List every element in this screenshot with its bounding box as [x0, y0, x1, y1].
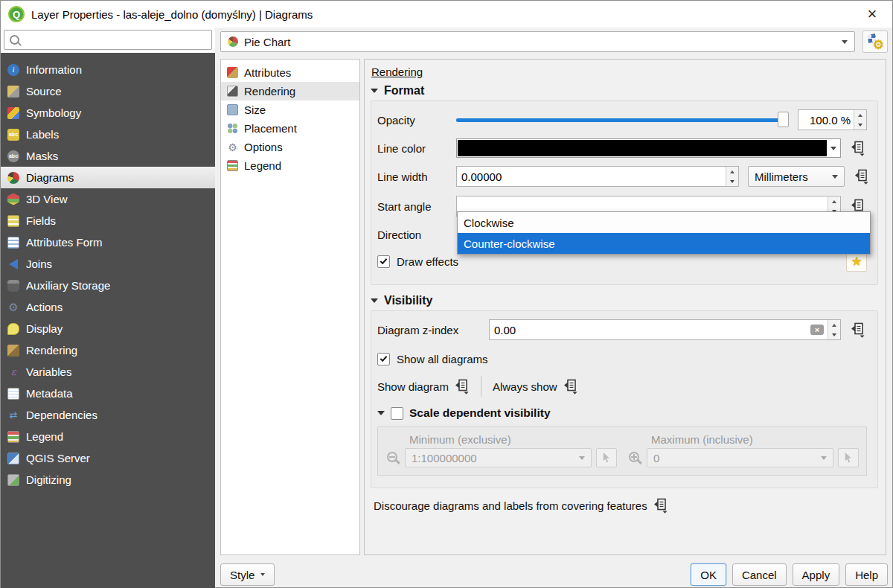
spin-down-button[interactable]: [726, 176, 738, 186]
tab-rendering[interactable]: Rendering: [221, 82, 359, 100]
qgis-logo-icon: Q: [8, 6, 25, 22]
spin-up-button[interactable]: [828, 196, 840, 206]
data-defined-override-icon[interactable]: [562, 378, 578, 394]
data-defined-override-icon[interactable]: [849, 140, 865, 156]
spin-up-button[interactable]: [726, 167, 738, 176]
sidebar-item-legend[interactable]: Legend: [1, 426, 215, 447]
opacity-row: Opacity: [377, 109, 867, 131]
tab-placement[interactable]: Placement: [221, 119, 359, 138]
start-angle-label: Start angle: [377, 200, 456, 213]
metadata-icon: [7, 388, 19, 400]
line-width-input[interactable]: [457, 167, 726, 186]
rendering-icon: [7, 345, 19, 357]
spin-down-button[interactable]: [854, 120, 866, 130]
collapse-arrow-icon: [377, 411, 385, 415]
tab-attributes[interactable]: Attributes: [221, 63, 359, 82]
data-defined-override-icon[interactable]: [849, 322, 865, 338]
tab-legend[interactable]: Legend: [221, 156, 359, 175]
chevron-down-icon: [821, 456, 827, 460]
z-index-spinbox: ×: [489, 319, 841, 340]
clear-value-icon[interactable]: ×: [810, 325, 824, 335]
use-current-scale-button: [596, 448, 617, 467]
sidebar-item-attributes-form[interactable]: Attributes Form: [1, 231, 215, 253]
line-color-button[interactable]: [456, 138, 841, 158]
help-button[interactable]: Help: [845, 563, 888, 586]
display-icon: [7, 323, 19, 335]
sidebar-item-joins[interactable]: Joins: [1, 253, 215, 275]
sidebar-item-labels[interactable]: abc Labels: [1, 124, 215, 145]
opacity-input[interactable]: [798, 110, 854, 130]
spin-up-button[interactable]: [828, 320, 840, 330]
sidebar-item-auxiliary-storage[interactable]: Auxiliary Storage: [1, 275, 215, 296]
arrow-down-icon: [730, 180, 734, 183]
diagram-type-value: Pie Chart: [244, 36, 291, 48]
cancel-button[interactable]: Cancel: [732, 563, 787, 586]
search-input[interactable]: [21, 32, 211, 48]
sidebar-item-digitizing[interactable]: Digitizing: [1, 469, 215, 490]
maximum-scale-select: 0: [647, 448, 833, 467]
sidebar-item-dependencies[interactable]: ⇄ Dependencies: [1, 404, 215, 426]
diagram-type-select[interactable]: Pie Chart: [220, 31, 855, 52]
color-dropdown-arrow[interactable]: [827, 140, 839, 156]
sidebar-item-symbology[interactable]: Symbology: [1, 102, 215, 124]
chevron-down-icon: [579, 456, 585, 460]
sidebar-item-display[interactable]: Display: [1, 318, 215, 339]
sidebar-item-metadata[interactable]: Metadata: [1, 383, 215, 404]
sidebar: i Information Source Symbology abc Label…: [1, 53, 215, 588]
opacity-slider-track: [456, 118, 779, 122]
data-defined-override-icon[interactable]: [652, 497, 668, 514]
search-box[interactable]: [4, 30, 212, 50]
rendering-tab-icon: [227, 86, 238, 97]
chevron-down-icon: [842, 40, 848, 44]
format-section-header[interactable]: Format: [371, 84, 878, 98]
draw-effects-checkbox[interactable]: [377, 255, 390, 268]
z-index-spin-buttons: [828, 320, 840, 339]
direction-option-counter-clockwise[interactable]: Counter-clockwise: [458, 233, 870, 254]
direction-option-clockwise[interactable]: Clockwise: [458, 212, 870, 233]
arrow-up-icon: [730, 170, 734, 173]
scale-dependent-header[interactable]: Scale dependent visibility: [377, 403, 867, 423]
spin-down-button[interactable]: [828, 330, 840, 339]
visibility-section-header[interactable]: Visibility: [371, 294, 878, 307]
sidebar-item-rendering[interactable]: Rendering: [1, 339, 215, 361]
opacity-slider[interactable]: [456, 109, 789, 131]
sidebar-item-actions[interactable]: ⚙ Actions: [1, 296, 215, 318]
zoom-out-icon: [385, 450, 400, 465]
sidebar-item-3d-view[interactable]: 3D View: [1, 188, 215, 210]
data-defined-override-icon[interactable]: [853, 168, 869, 185]
direction-label: Direction: [377, 229, 456, 241]
ok-button[interactable]: OK: [691, 563, 726, 586]
tab-options[interactable]: ⚙ Options: [221, 138, 359, 156]
dependencies-icon: ⇄: [7, 409, 19, 421]
line-width-spinbox: [456, 166, 739, 187]
spin-up-button[interactable]: [854, 110, 866, 120]
line-width-spin-buttons: [726, 167, 738, 186]
sidebar-item-variables[interactable]: ε Variables: [1, 361, 215, 383]
sidebar-item-source[interactable]: Source: [1, 80, 215, 102]
sidebar-item-masks[interactable]: abc Masks: [1, 145, 215, 167]
sidebar-item-fields[interactable]: Fields: [1, 210, 215, 231]
sidebar-item-diagrams[interactable]: Diagrams: [1, 167, 215, 188]
z-index-input[interactable]: [490, 320, 810, 339]
rendering-settings-panel: Rendering Format Opacity: [364, 59, 886, 555]
close-icon[interactable]: ×: [860, 4, 885, 24]
options-tab-icon: ⚙: [227, 141, 238, 153]
opacity-slider-handle[interactable]: [778, 112, 789, 127]
data-defined-override-icon[interactable]: [453, 378, 470, 394]
auto-placement-settings-button[interactable]: ⚙: [862, 31, 888, 53]
source-icon: [7, 86, 19, 98]
check-icon: [380, 354, 388, 362]
style-button[interactable]: Style: [220, 563, 275, 586]
dialog-footer: Style OK Cancel Apply Help: [215, 560, 893, 588]
line-width-unit-select[interactable]: Millimeters: [748, 166, 845, 187]
tab-size[interactable]: Size: [221, 100, 359, 119]
sidebar-item-information[interactable]: i Information: [1, 59, 215, 80]
symbology-icon: [7, 107, 19, 119]
apply-button[interactable]: Apply: [793, 563, 840, 586]
chevron-down-icon: [260, 573, 265, 576]
sidebar-item-qgis-server[interactable]: QGIS Server: [1, 447, 215, 469]
show-all-diagrams-checkbox[interactable]: [377, 353, 390, 365]
map-cursor-icon: [602, 453, 611, 463]
qgis-server-icon: [7, 453, 19, 464]
scale-dependent-checkbox[interactable]: [391, 407, 403, 420]
